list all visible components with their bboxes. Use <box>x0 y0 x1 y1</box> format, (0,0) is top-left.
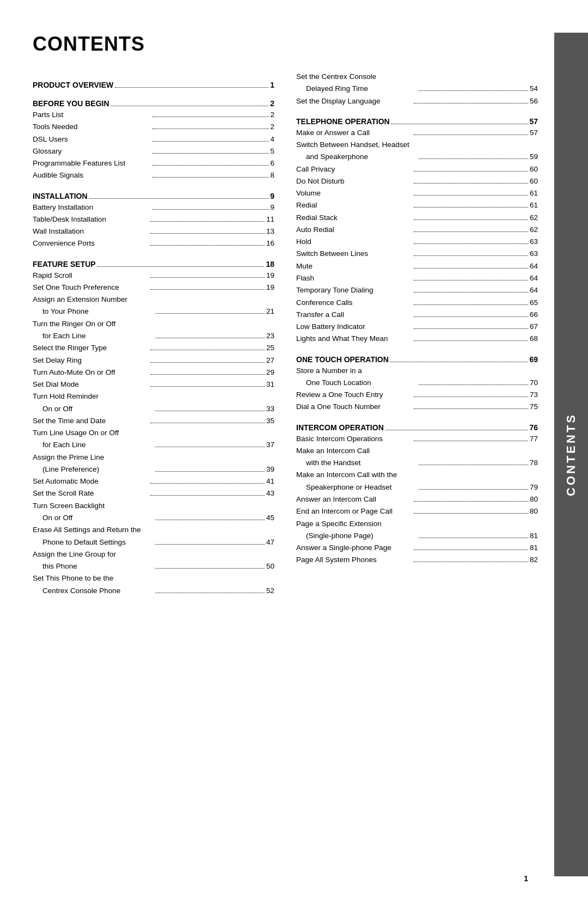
toc-entry-line2: to Your Phone21 <box>33 306 274 318</box>
toc-page-number: 37 <box>266 439 274 451</box>
toc-entry: Review a One Touch Entry73 <box>296 389 538 401</box>
toc-entry: Rapid Scroll19 <box>33 270 274 282</box>
toc-page-number: 64 <box>530 260 538 272</box>
toc-page-number: 64 <box>530 284 538 296</box>
toc-page-number: 4 <box>271 133 275 145</box>
toc-page-number: 66 <box>530 309 538 321</box>
toc-page-number: 63 <box>530 248 538 260</box>
toc-page-number: 45 <box>266 512 274 524</box>
toc-page-number: 60 <box>530 175 538 187</box>
toc-entry: Transfer a Call66 <box>296 309 538 321</box>
toc-entry: Conference Calls65 <box>296 297 538 309</box>
toc-entry: Low Battery Indicator67 <box>296 321 538 333</box>
toc-entry-line1: Make an Intercom Call with the <box>296 469 538 481</box>
toc-entry-line1: Make an Intercom Call <box>296 445 538 457</box>
toc-page-number: 27 <box>266 355 274 367</box>
toc-page-number: 57 <box>529 117 538 126</box>
toc-entry: Lights and What They Mean68 <box>296 333 538 345</box>
sidebar-tab-label: CONTENTS <box>564 413 578 496</box>
toc-entry-text: Do Not Disturb <box>296 175 412 187</box>
toc-entry: Glossary5 <box>33 145 274 157</box>
toc-entry-text: Rapid Scroll <box>33 270 149 282</box>
toc-entry: Battery Installation9 <box>33 202 274 213</box>
toc-entry-line1: Erase All Settings and Return the <box>33 524 274 536</box>
toc-entry: Set the Scroll Rate43 <box>33 487 274 499</box>
toc-entry: Set Dial Mode31 <box>33 379 274 391</box>
toc-entry: Page All System Phones82 <box>296 554 538 566</box>
toc-page-number: 13 <box>266 225 274 237</box>
toc-entry: End an Intercom or Page Call80 <box>296 505 538 517</box>
toc-entry-line1: Turn the Ringer On or Off <box>33 318 274 330</box>
toc-entry-line1: Turn Screen Backlight <box>33 500 274 512</box>
toc-entry: Temporary Tone Dialing64 <box>296 284 538 296</box>
toc-entry-text: Programmable Features List <box>33 157 151 169</box>
toc-entry-line2: this Phone50 <box>33 560 274 572</box>
toc-entry-text: Table/Desk Installation <box>33 213 149 225</box>
section-heading: INTERCOM OPERATION76 <box>296 423 538 432</box>
toc-entry-text: Glossary <box>33 145 151 157</box>
toc-entry-text: Temporary Tone Dialing <box>296 284 412 296</box>
toc-entry: Volume61 <box>296 187 538 199</box>
toc-entry-text: Make or Answer a Call <box>296 127 412 139</box>
toc-page-number: 21 <box>266 306 274 318</box>
sidebar-tab: CONTENTS <box>554 33 588 876</box>
section-heading-text: ONE TOUCH OPERATION <box>296 355 389 364</box>
toc-page-number: 31 <box>266 379 274 391</box>
toc-page-number: 65 <box>530 297 538 309</box>
toc-page-number: 63 <box>530 236 538 248</box>
toc-page-number: 5 <box>271 145 275 157</box>
toc-page-number: 19 <box>266 282 274 294</box>
toc-entry: Wall Installation13 <box>33 225 274 237</box>
toc-entry: Convenience Ports16 <box>33 237 274 249</box>
toc-entry-text: DSL Users <box>33 133 151 145</box>
toc-page-number: 25 <box>266 342 274 354</box>
toc-entry: Mute64 <box>296 260 538 272</box>
page-title: CONTENTS <box>33 33 538 56</box>
toc-entry-text: Flash <box>296 272 412 284</box>
toc-entry: Auto Redial62 <box>296 224 538 236</box>
toc-entry-text: Battery Installation <box>33 202 151 213</box>
toc-entry-text: Select the Ringer Type <box>33 342 149 354</box>
toc-page-number: 81 <box>530 542 538 554</box>
toc-entry-text: Set Automatic Mode <box>33 475 149 487</box>
toc-page-number: 11 <box>266 213 274 225</box>
toc-page-number: 41 <box>266 475 274 487</box>
toc-entry-text: Review a One Touch Entry <box>296 389 412 401</box>
toc-page-number: 18 <box>266 260 274 269</box>
toc-entry: Hold63 <box>296 236 538 248</box>
toc-page-number: 35 <box>266 415 274 427</box>
section-heading-text: INSTALLATION <box>33 192 88 200</box>
toc-page-number: 80 <box>530 493 538 505</box>
toc-page-number: 6 <box>271 157 275 169</box>
left-column: PRODUCT OVERVIEW1BEFORE YOU BEGIN2Parts … <box>33 71 274 597</box>
toc-entry: Audible Signals8 <box>33 169 274 181</box>
toc-page-number: 79 <box>530 481 538 493</box>
toc-page-number: 54 <box>530 83 538 95</box>
toc-entry: DSL Users4 <box>33 133 274 145</box>
section-heading-text: PRODUCT OVERVIEW <box>33 81 113 89</box>
toc-page-number: 1 <box>270 81 274 89</box>
toc-page-number: 62 <box>530 224 538 236</box>
toc-entry: Do Not Disturb60 <box>296 175 538 187</box>
section-heading: PRODUCT OVERVIEW1 <box>33 81 274 89</box>
toc-entry: Redial Stack62 <box>296 212 538 224</box>
section-heading: ONE TOUCH OPERATION69 <box>296 355 538 364</box>
toc-entry-text: Wall Installation <box>33 225 149 237</box>
toc-entry-line2: On or Off33 <box>33 403 274 415</box>
toc-entry-text: Redial <box>296 199 412 211</box>
toc-entry-line1: Assign the Prime Line <box>33 452 274 463</box>
section-heading: TELEPHONE OPERATION57 <box>296 117 538 126</box>
toc-entry-text: Tools Needed <box>33 121 151 133</box>
toc-entry-text: Answer a Single-phone Page <box>296 542 412 554</box>
toc-entry: Basic Intercom Operations77 <box>296 433 538 445</box>
toc-entry-line2: On or Off45 <box>33 512 274 524</box>
toc-page-number: 39 <box>266 463 274 475</box>
section-heading: FEATURE SETUP18 <box>33 260 274 269</box>
toc-page-number: 16 <box>266 237 274 249</box>
toc-page-number: 29 <box>266 367 274 379</box>
toc-entry-line1: Assign the Line Group for <box>33 548 274 560</box>
toc-page-number: 77 <box>530 433 538 445</box>
toc-entry: Table/Desk Installation11 <box>33 213 274 225</box>
toc-page-number: 47 <box>266 536 274 548</box>
toc-page-number: 68 <box>530 333 538 345</box>
